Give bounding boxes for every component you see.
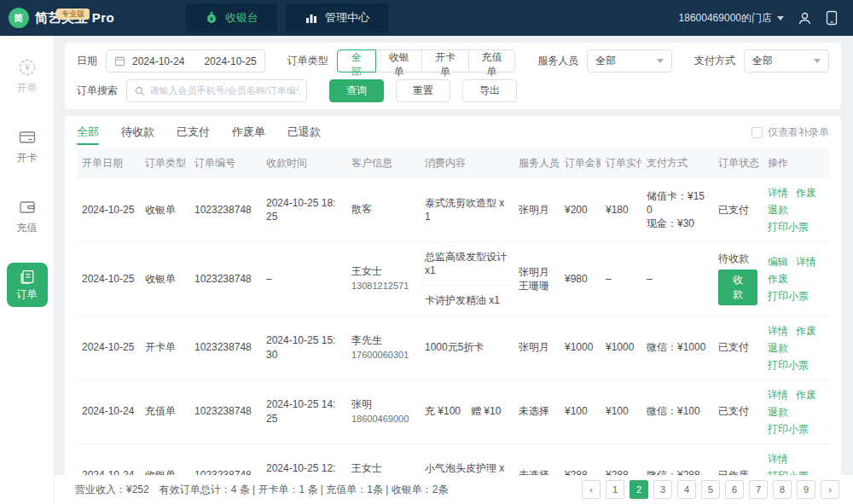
order-type-option-2[interactable]: 开卡单 — [421, 49, 468, 72]
op-link[interactable]: 打印小票 — [768, 356, 809, 374]
staff-select[interactable]: 全部 — [587, 49, 672, 72]
sidebar-item-label: 开单 — [17, 81, 38, 96]
table-row: 2024-10-25 收银单 1023238748 – 王女士130812125… — [77, 242, 829, 316]
cell-order-no: 1023238748 — [189, 316, 261, 379]
op-link[interactable]: 详情 — [768, 184, 788, 201]
op-link[interactable]: 详情 — [768, 322, 788, 339]
nav-cashier[interactable]: ¥ 收银台 — [186, 3, 277, 32]
order-type-option-0[interactable]: 全部 — [337, 49, 376, 72]
cell-order-date: 2024-10-25 — [77, 316, 140, 379]
status-text: 待收款 — [718, 252, 757, 265]
tab-status-4[interactable]: 已退款 — [287, 116, 321, 148]
cell-operations: 详情作废退款打印小票 — [763, 316, 829, 379]
reset-button[interactable]: 重置 — [396, 79, 450, 102]
order-search-input[interactable]: 请输入会员手机号/会员名称/订单编号 — [126, 79, 307, 102]
op-link[interactable]: 退款 — [768, 339, 788, 356]
payment-select[interactable]: 全部 — [744, 49, 829, 72]
user-icon[interactable] — [798, 11, 812, 26]
filter-row-2: 订单搜索 请输入会员手机号/会员名称/订单编号 查询 重置 导出 — [77, 79, 829, 102]
tab-status-3[interactable]: 作废单 — [232, 116, 265, 148]
column-header-8: 订单实付 — [601, 148, 641, 178]
sidebar-item-open-card[interactable]: 开卡 — [7, 123, 48, 171]
orders-table-head: 开单日期订单类型订单编号收款时间客户信息消费内容服务人员订单金额订单实付支付方式… — [77, 148, 829, 178]
op-link[interactable]: 打印小票 — [768, 218, 809, 235]
page-button-8[interactable]: 8 — [773, 480, 792, 499]
date-label: 日期 — [77, 54, 97, 68]
orders-panel: 全部待收款已支付作废单已退款 仅查看补录单 开单日期订单类型订单编号收款时间客户… — [65, 116, 841, 504]
cell-paid: ¥180 — [601, 178, 641, 242]
page-button-5[interactable]: 5 — [701, 480, 720, 499]
staff-select-value: 全部 — [595, 54, 616, 68]
page-button-3[interactable]: 3 — [653, 480, 672, 499]
op-link[interactable]: 退款 — [768, 201, 788, 218]
cell-paid: – — [601, 242, 641, 316]
column-header-1: 订单类型 — [140, 148, 189, 178]
sidebar-item-open-order[interactable]: ¥ 开单 — [7, 53, 48, 101]
receive-payment-button[interactable]: 收款 — [718, 269, 757, 305]
cell-pay-method: – — [641, 242, 713, 316]
page-button-2[interactable]: 2 — [630, 480, 648, 499]
order-type-option-1[interactable]: 收银单 — [375, 49, 422, 72]
page-button-1[interactable]: 1 — [606, 480, 624, 499]
export-button[interactable]: 导出 — [462, 79, 517, 102]
page-button-4[interactable]: 4 — [677, 480, 696, 499]
supplementary-only-checkbox[interactable]: 仅查看补录单 — [751, 125, 829, 140]
tab-status-2[interactable]: 已支付 — [177, 116, 210, 148]
nav-management[interactable]: 管理中心 — [286, 3, 388, 32]
prev-page-button[interactable]: ‹ — [582, 480, 601, 499]
filter-panel: 日期 2024-10-24 2024-10-25 订单类型 全部收银单开卡单充值… — [65, 43, 841, 109]
date-range-input[interactable]: 2024-10-24 2024-10-25 — [106, 49, 265, 72]
orders-table-body: 2024-10-25 收银单 1023238748 2024-10-25 18:… — [77, 178, 829, 504]
cell-pay-time: 2024-10-25 15:30 — [261, 316, 346, 379]
order-type-label: 订单类型 — [287, 54, 328, 68]
op-link[interactable]: 详情 — [768, 450, 788, 467]
column-header-5: 消费内容 — [420, 148, 514, 178]
sidebar-item-label: 订单 — [17, 287, 38, 302]
mobile-device-icon[interactable] — [826, 10, 838, 26]
op-link[interactable]: 打印小票 — [768, 287, 809, 304]
page-button-6[interactable]: 6 — [725, 480, 744, 499]
table-row: 2024-10-24 充值单 1023238748 2024-10-25 14:… — [77, 379, 829, 443]
op-link[interactable]: 作废 — [768, 270, 788, 287]
search-placeholder: 请输入会员手机号/会员名称/订单编号 — [150, 84, 299, 97]
cell-pay-method: 微信：¥100 — [641, 379, 713, 443]
cell-order-type: 开卡单 — [140, 316, 189, 379]
query-button[interactable]: 查询 — [329, 79, 384, 102]
op-link[interactable]: 作废 — [796, 184, 816, 201]
sidebar-item-orders[interactable]: 订单 — [7, 263, 48, 307]
nav-management-label: 管理中心 — [325, 10, 369, 26]
cell-paid: ¥100 — [601, 379, 641, 443]
cell-order-date: 2024-10-24 — [77, 379, 140, 443]
op-link[interactable]: 编辑 — [768, 253, 788, 270]
op-link[interactable]: 作废 — [796, 386, 816, 403]
order-type-option-3[interactable]: 充值单 — [468, 49, 515, 72]
status-text: 已支付 — [718, 203, 757, 217]
store-selector[interactable]: 18600469000的门店 — [679, 11, 784, 26]
column-header-10: 订单状态 — [713, 148, 763, 178]
op-link[interactable]: 打印小票 — [768, 420, 809, 437]
cell-amount: ¥100 — [560, 379, 601, 443]
page-button-9[interactable]: 9 — [797, 480, 815, 499]
header-right: 18600469000的门店 — [679, 10, 853, 26]
next-page-button[interactable]: › — [821, 480, 839, 499]
op-link[interactable]: 退款 — [768, 403, 788, 420]
sidebar-item-recharge[interactable]: 充值 — [7, 193, 48, 240]
cell-pay-method: 储值卡：¥150现金：¥30 — [641, 178, 713, 242]
tab-status-0[interactable]: 全部 — [77, 116, 99, 148]
card-icon — [18, 128, 37, 147]
cell-staff: 张明月 — [514, 178, 560, 242]
staff-name: 王珊珊 — [519, 279, 554, 293]
calendar-icon — [114, 55, 125, 67]
cell-pay-time: 2024-10-25 18:25 — [261, 178, 346, 242]
cell-order-type: 充值单 — [140, 379, 189, 443]
op-link[interactable]: 详情 — [796, 253, 816, 270]
page-button-7[interactable]: 7 — [749, 480, 768, 499]
cell-amount: ¥1000 — [560, 316, 601, 379]
op-link[interactable]: 详情 — [768, 386, 788, 403]
tab-status-1[interactable]: 待收款 — [121, 116, 154, 148]
cell-customer: 李先生17600060301 — [346, 316, 420, 379]
cell-pay-time: – — [261, 242, 346, 316]
cell-consume-items: 充 ¥100 赠 ¥10 — [420, 379, 514, 443]
op-link[interactable]: 作废 — [796, 322, 816, 339]
cell-order-no: 1023238748 — [189, 242, 261, 316]
